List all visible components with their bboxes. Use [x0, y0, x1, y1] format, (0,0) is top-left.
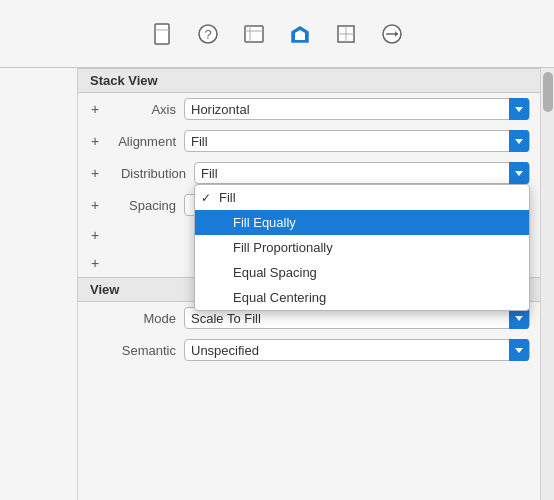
- semantic-arrow-icon: [509, 339, 529, 361]
- alignment-label: Alignment: [106, 134, 176, 149]
- distribution-plus-button[interactable]: +: [88, 166, 102, 180]
- semantic-value: Unspecified: [191, 343, 509, 358]
- distribution-arrow-icon: [509, 162, 529, 184]
- alignment-plus-button[interactable]: +: [88, 134, 102, 148]
- distribution-value: Fill: [201, 166, 509, 181]
- svg-text:?: ?: [204, 27, 211, 42]
- semantic-row: + Semantic Unspecified: [78, 334, 540, 366]
- distribution-label: Distribution: [106, 166, 186, 181]
- dropdown-item-equal-centering[interactable]: Equal Centering: [195, 285, 529, 310]
- left-strip: [0, 68, 78, 500]
- axis-label: Axis: [106, 102, 176, 117]
- svg-rect-0: [155, 24, 169, 44]
- spacing-plus-button[interactable]: +: [88, 198, 102, 212]
- stack-view-section-header: Stack View: [78, 68, 540, 93]
- dropdown-fill-equally-label: Fill Equally: [233, 215, 296, 230]
- mode-value: Scale To Fill: [191, 311, 509, 326]
- dropdown-fill-proportionally-label: Fill Proportionally: [233, 240, 333, 255]
- dropdown-item-equal-spacing[interactable]: Equal Spacing: [195, 260, 529, 285]
- semantic-label: Semantic: [106, 343, 176, 358]
- distribution-select[interactable]: Fill: [194, 162, 530, 184]
- size-icon[interactable]: [332, 20, 360, 48]
- spacing-label: Spacing: [106, 198, 176, 213]
- mode-label: Mode: [106, 311, 176, 326]
- dropdown-equal-spacing-label: Equal Spacing: [233, 265, 317, 280]
- attribute-icon[interactable]: [286, 20, 314, 48]
- dropdown-fill-label: Fill: [219, 190, 236, 205]
- axis-arrow-icon: [509, 98, 529, 120]
- alignment-select[interactable]: Fill: [184, 130, 530, 152]
- dropdown-item-fill-equally[interactable]: Fill Equally: [195, 210, 529, 235]
- alignment-arrow-icon: [509, 130, 529, 152]
- extra-plus-button-1[interactable]: +: [88, 228, 102, 242]
- distribution-row: + Distribution Fill ✓ Fill Fill Equally: [78, 157, 540, 189]
- axis-row: + Axis Horizontal: [78, 93, 540, 125]
- connections-icon[interactable]: [378, 20, 406, 48]
- dropdown-item-fill[interactable]: ✓ Fill: [195, 185, 529, 210]
- toolbar: ?: [0, 0, 554, 68]
- dropdown-equal-centering-label: Equal Centering: [233, 290, 326, 305]
- inspector-panel: Stack View + Axis Horizontal + Alignment…: [78, 68, 540, 500]
- axis-plus-button[interactable]: +: [88, 102, 102, 116]
- help-icon[interactable]: ?: [194, 20, 222, 48]
- svg-rect-4: [245, 26, 263, 42]
- extra-plus-button-2[interactable]: +: [88, 256, 102, 270]
- scrollbar[interactable]: [540, 68, 554, 500]
- scrollbar-thumb[interactable]: [543, 72, 553, 112]
- distribution-select-wrapper: Fill ✓ Fill Fill Equally Fill Pro: [194, 162, 530, 184]
- main-layout: Stack View + Axis Horizontal + Alignment…: [0, 68, 554, 500]
- dropdown-item-fill-proportionally[interactable]: Fill Proportionally: [195, 235, 529, 260]
- semantic-select[interactable]: Unspecified: [184, 339, 530, 361]
- axis-select-wrapper: Horizontal: [184, 98, 530, 120]
- distribution-dropdown: ✓ Fill Fill Equally Fill Proportionally …: [194, 184, 530, 311]
- semantic-select-wrapper: Unspecified: [184, 339, 530, 361]
- alignment-value: Fill: [191, 134, 509, 149]
- alignment-select-wrapper: Fill: [184, 130, 530, 152]
- axis-value: Horizontal: [191, 102, 509, 117]
- alignment-row: + Alignment Fill: [78, 125, 540, 157]
- list-icon[interactable]: [240, 20, 268, 48]
- fill-checkmark-icon: ✓: [201, 191, 215, 205]
- file-icon[interactable]: [148, 20, 176, 48]
- axis-select[interactable]: Horizontal: [184, 98, 530, 120]
